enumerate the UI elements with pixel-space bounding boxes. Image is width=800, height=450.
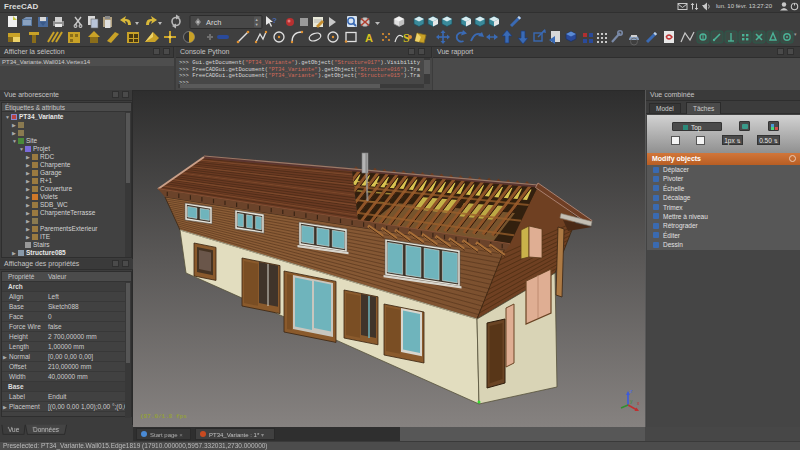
svg-text:?: ?: [272, 16, 277, 25]
svg-text:A: A: [365, 32, 373, 44]
svg-text:▾: ▾: [794, 31, 797, 37]
svg-text:(87.0/1.8 fps: (87.0/1.8 fps: [140, 413, 187, 420]
svg-text:z: z: [630, 388, 633, 394]
svg-text:y: y: [630, 398, 633, 404]
svg-text:Arch: Arch: [206, 18, 221, 27]
svg-text:x: x: [637, 400, 640, 406]
svg-text:S: S: [403, 31, 410, 45]
